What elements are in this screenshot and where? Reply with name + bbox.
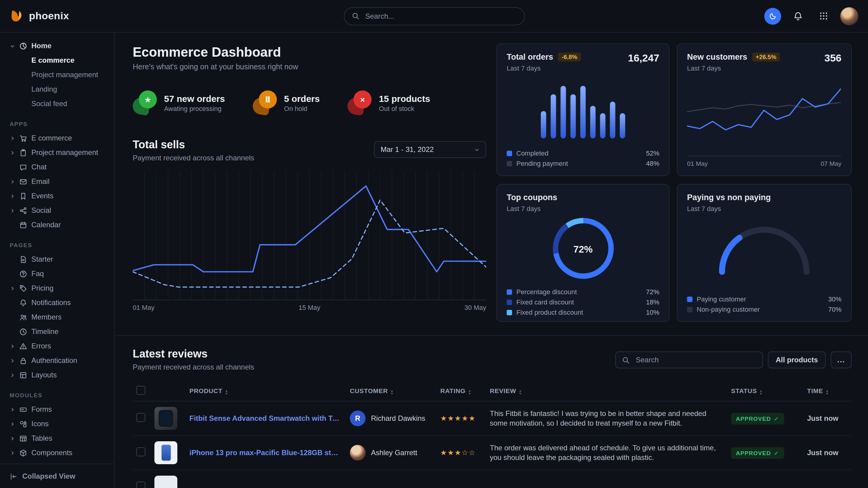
pie-icon: [19, 42, 27, 50]
chevron-right-icon: [10, 343, 15, 349]
moon-icon: [769, 12, 777, 20]
sidebar-item-label: Layouts: [31, 371, 57, 379]
all-products-button[interactable]: All products: [768, 352, 826, 368]
brand[interactable]: phoenix: [10, 9, 124, 23]
sidebar-item-social-feed[interactable]: Social feed: [0, 96, 114, 111]
global-search-input[interactable]: [364, 11, 517, 21]
row-checkbox[interactable]: [136, 482, 145, 488]
theme-toggle-button[interactable]: [764, 7, 781, 24]
sidebar-item-label: Forms: [31, 405, 52, 414]
sort-icon[interactable]: ▴▾: [469, 389, 471, 395]
total-sells-chart: 01 May15 May30 May: [133, 171, 486, 311]
legend-label: Completed: [516, 150, 548, 157]
sidebar-item-social[interactable]: Social: [0, 203, 114, 218]
column-header-time[interactable]: TIME▴▾: [803, 381, 852, 401]
chevron-right-icon: [10, 435, 15, 441]
total-orders-legend: Completed 52% Pending payment 48%: [507, 150, 659, 167]
chevron-right-icon: [10, 421, 15, 426]
review-time: Just now: [803, 435, 852, 470]
new-customers-line-chart: [687, 72, 841, 154]
dashboard-top: Ecommerce Dashboard Here's what's going …: [133, 43, 852, 322]
sidebar-item-layouts[interactable]: Layouts: [0, 368, 114, 382]
legend-value: 72%: [646, 288, 659, 295]
column-header-product[interactable]: PRODUCT▴▾: [186, 381, 346, 401]
column-header-status[interactable]: STATUS▴▾: [727, 381, 803, 401]
layout-icon: [19, 371, 27, 379]
reviews-toolbar: All products ...: [615, 352, 852, 368]
sidebar-item-events[interactable]: Events: [0, 189, 114, 203]
chevron-right-icon: [10, 358, 15, 363]
sidebar-item-landing[interactable]: Landing: [0, 82, 114, 96]
user-avatar[interactable]: [840, 7, 858, 25]
sidebar-item-faq[interactable]: Faq: [0, 266, 114, 281]
select-all-checkbox[interactable]: [136, 386, 145, 395]
sidebar-item-email[interactable]: Email: [0, 174, 114, 189]
doc-icon: [19, 255, 27, 263]
legend-item-non-paying-customer: Non-paying customer 70%: [687, 306, 841, 313]
total-sells-x-axis: 01 May15 May30 May: [133, 300, 486, 311]
legend-label: Percentage discount: [516, 288, 577, 295]
reviews-search[interactable]: [615, 352, 763, 368]
legend-label: Fixed card discount: [516, 298, 574, 306]
product-thumbnail[interactable]: [154, 407, 177, 430]
sidebar-item-project-management[interactable]: Project management: [0, 67, 114, 82]
form-icon: [19, 405, 27, 413]
sort-icon[interactable]: ▴▾: [760, 389, 762, 395]
apps-menu-button[interactable]: [815, 7, 832, 24]
sidebar-item-project-management[interactable]: Project management: [0, 145, 114, 160]
column-header-rating[interactable]: RATING▴▾: [437, 381, 486, 401]
sidebar-item-tables[interactable]: Tables: [0, 431, 114, 446]
legend-value: 48%: [646, 160, 659, 167]
collapsed-view-toggle[interactable]: Collapsed View: [0, 464, 114, 488]
sidebar-item-forms[interactable]: Forms: [0, 402, 114, 417]
total-orders-bars-svg: [507, 82, 659, 139]
sidebar-item-starter[interactable]: Starter: [0, 252, 114, 266]
page-title: Ecommerce Dashboard: [133, 44, 486, 60]
reviews-search-input[interactable]: [634, 355, 756, 365]
row-checkbox[interactable]: [136, 413, 145, 422]
sidebar-item-icons[interactable]: Icons: [0, 417, 114, 431]
review-time: Just now: [803, 401, 852, 435]
row-checkbox[interactable]: [136, 447, 145, 456]
sidebar-item-chat[interactable]: Chat: [0, 160, 114, 174]
check-icon: ✓: [774, 415, 779, 422]
sort-icon[interactable]: ▴▾: [225, 389, 227, 395]
sidebar-item-errors[interactable]: Errors: [0, 339, 114, 353]
global-search[interactable]: [343, 7, 525, 25]
sidebar-item-pricing[interactable]: Pricing: [0, 281, 114, 295]
sidebar-item-notifications[interactable]: Notifications: [0, 295, 114, 310]
sidebar-item-members[interactable]: Members: [0, 310, 114, 324]
sidebar-item-timeline[interactable]: Timeline: [0, 324, 114, 339]
status-badge: APPROVED ✓: [731, 413, 784, 424]
x-tick: 07 May: [820, 160, 841, 167]
sidebar-item-label: Calendar: [31, 221, 61, 229]
sidebar-item-label: Chat: [31, 163, 47, 171]
sidebar-item-authentication[interactable]: Authentication: [0, 353, 114, 368]
date-range-select[interactable]: Mar 1 - 31, 2022: [374, 141, 486, 158]
sidebar-item-components[interactable]: Components: [0, 446, 114, 460]
column-header-review[interactable]: REVIEW▴▾: [486, 381, 727, 401]
sort-icon[interactable]: ▴▾: [826, 389, 828, 395]
sidebar-item-label: Components: [31, 449, 72, 457]
box-icon: [19, 449, 27, 457]
sort-icon[interactable]: ▴▾: [519, 389, 522, 395]
sidebar-item-calendar[interactable]: Calendar: [0, 218, 114, 232]
legend-item-pending-payment: Pending payment 48%: [507, 160, 659, 167]
card-period: Last 7 days: [687, 205, 771, 212]
sidebar-item-e-commerce[interactable]: E commerce: [0, 53, 114, 67]
chevron-down-icon: [474, 147, 479, 152]
more-options-button[interactable]: ...: [831, 352, 852, 368]
legend-item-fixed-product-discount: Fixed product discount 10%: [507, 308, 659, 316]
notifications-button[interactable]: [789, 7, 806, 24]
column-header-customer[interactable]: CUSTOMER▴▾: [346, 381, 437, 401]
product-thumbnail[interactable]: [154, 441, 177, 464]
sort-icon[interactable]: ▴▾: [391, 389, 393, 395]
page-subtitle: Here's what's going on at your business …: [133, 63, 486, 71]
product-thumbnail[interactable]: [154, 476, 177, 488]
chat-icon: [19, 163, 27, 171]
navbar-search-area: [124, 7, 744, 25]
sidebar-item-home[interactable]: Home: [0, 39, 114, 53]
sidebar-item-e-commerce[interactable]: E commerce: [0, 131, 114, 145]
product-link[interactable]: iPhone 13 pro max-Pacific Blue-128GB sto…: [189, 449, 343, 457]
product-link[interactable]: Fitbit Sense Advanced Smartwatch with To…: [189, 414, 343, 423]
